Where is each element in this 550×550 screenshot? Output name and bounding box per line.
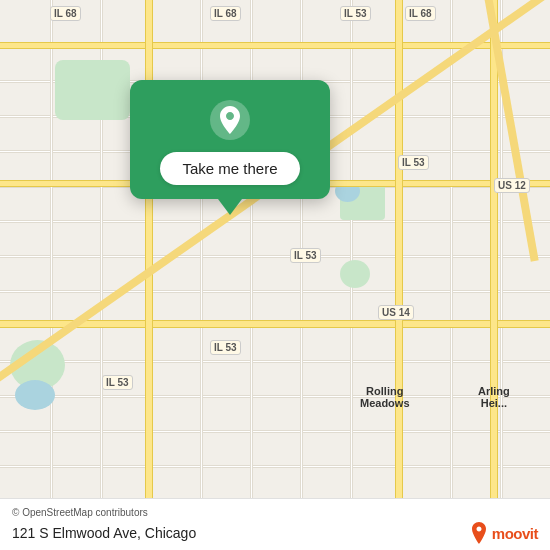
road-label-il53-bot2: IL 53 <box>102 375 133 390</box>
moovit-logo: moovit <box>470 522 538 544</box>
popup-card: Take me there <box>130 80 330 199</box>
road-label-us12: US 12 <box>494 178 530 193</box>
map-container: IL 68 IL 68 IL 68 IL 53 IL 53 IL 53 IL 5… <box>0 0 550 550</box>
road-label-il53-bot: IL 53 <box>210 340 241 355</box>
road-label-il68-1: IL 68 <box>50 6 81 21</box>
take-me-there-button[interactable]: Take me there <box>160 152 299 185</box>
moovit-brand-text: moovit <box>492 525 538 542</box>
moovit-pin-icon <box>470 522 488 544</box>
city-label-arlington: ArlingHei... <box>478 385 510 409</box>
osm-credit: © OpenStreetMap contributors <box>12 507 538 518</box>
road-label-il53-mid: IL 53 <box>398 155 429 170</box>
road-label-il53-top: IL 53 <box>340 6 371 21</box>
road-label-us14: US 14 <box>378 305 414 320</box>
bottom-bar: © OpenStreetMap contributors 121 S Elmwo… <box>0 498 550 550</box>
road-label-il68-2: IL 68 <box>210 6 241 21</box>
location-pin-icon <box>208 98 252 142</box>
road-label-il53-mid2: IL 53 <box>290 248 321 263</box>
road-label-il68-3: IL 68 <box>405 6 436 21</box>
address-line: 121 S Elmwood Ave, Chicago moovit <box>12 522 538 544</box>
city-label-rolling-meadows: RollingMeadows <box>360 385 410 409</box>
address-text: 121 S Elmwood Ave, Chicago <box>12 525 196 541</box>
